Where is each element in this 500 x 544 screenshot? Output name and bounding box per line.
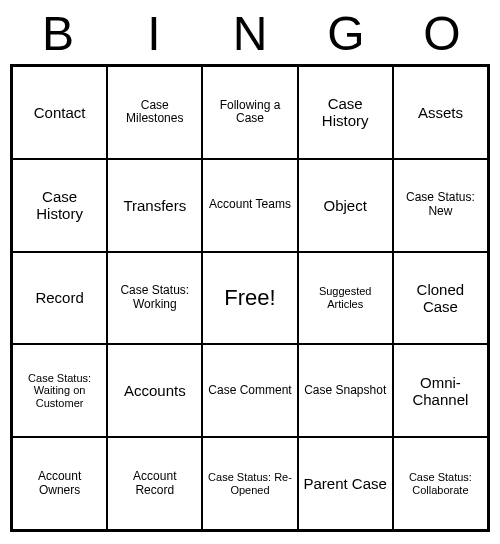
bingo-cell[interactable]: Assets	[393, 66, 488, 159]
bingo-cell[interactable]: Transfers	[107, 159, 202, 252]
bingo-cell[interactable]: Omni-Channel	[393, 344, 488, 437]
header-letter-o: O	[394, 10, 490, 58]
bingo-cell[interactable]: Case Status: Working	[107, 252, 202, 345]
bingo-cell[interactable]: Case Status: New	[393, 159, 488, 252]
header-letter-b: B	[10, 10, 106, 58]
bingo-cell[interactable]: Accounts	[107, 344, 202, 437]
bingo-cell[interactable]: Case Milestones	[107, 66, 202, 159]
bingo-cell[interactable]: Suggested Articles	[298, 252, 393, 345]
bingo-cell[interactable]: Account Owners	[12, 437, 107, 530]
bingo-cell[interactable]: Case Comment	[202, 344, 297, 437]
header-letter-n: N	[202, 10, 298, 58]
bingo-cell[interactable]: Case History	[298, 66, 393, 159]
bingo-cell[interactable]: Account Teams	[202, 159, 297, 252]
bingo-cell[interactable]: Case Status: Re-Opened	[202, 437, 297, 530]
bingo-header: B I N G O	[10, 10, 490, 58]
bingo-cell[interactable]: Parent Case	[298, 437, 393, 530]
bingo-cell[interactable]: Case Status: Collaborate	[393, 437, 488, 530]
bingo-cell[interactable]: Contact	[12, 66, 107, 159]
bingo-cell[interactable]: Cloned Case	[393, 252, 488, 345]
header-letter-i: I	[106, 10, 202, 58]
bingo-cell[interactable]: Case History	[12, 159, 107, 252]
bingo-cell[interactable]: Case Snapshot	[298, 344, 393, 437]
free-space[interactable]: Free!	[202, 252, 297, 345]
bingo-cell[interactable]: Case Status: Waiting on Customer	[12, 344, 107, 437]
bingo-cell[interactable]: Object	[298, 159, 393, 252]
bingo-cell[interactable]: Record	[12, 252, 107, 345]
bingo-card: B I N G O ContactCase MilestonesFollowin…	[10, 10, 490, 532]
bingo-cell[interactable]: Following a Case	[202, 66, 297, 159]
bingo-cell[interactable]: Account Record	[107, 437, 202, 530]
header-letter-g: G	[298, 10, 394, 58]
bingo-grid: ContactCase MilestonesFollowing a CaseCa…	[10, 64, 490, 532]
